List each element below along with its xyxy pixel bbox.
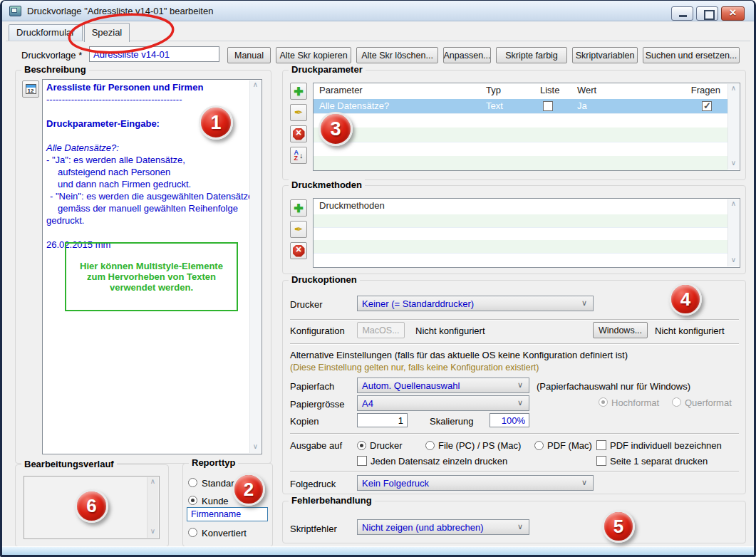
druckparameter-table[interactable]: Parameter Typ Liste Wert Fragen Alle Dat… xyxy=(313,83,740,171)
delete-icon xyxy=(293,245,305,257)
description-scrollbar[interactable] xyxy=(249,80,261,453)
folgedruck-value: Kein Folgedruck xyxy=(362,478,429,489)
chevron-down-icon xyxy=(516,522,526,532)
fragen-checkbox[interactable] xyxy=(702,101,712,111)
description-line: Alle Datensätze?: xyxy=(46,142,247,154)
skalierung-input[interactable] xyxy=(490,413,529,427)
skriptfehler-dropdown[interactable]: Nicht zeigen (und abbrechen) xyxy=(357,519,529,535)
chevron-down-icon xyxy=(580,478,590,488)
ausgabe-auf-label: Ausgabe auf xyxy=(290,440,342,451)
window-controls xyxy=(671,6,745,21)
delete-methode-button[interactable] xyxy=(290,242,307,259)
table-row[interactable] xyxy=(314,240,727,253)
add-parameter-button[interactable] xyxy=(290,83,307,100)
papierfach-dropdown[interactable]: Autom. Quellenauswahl xyxy=(357,378,529,393)
skripte-farbig-button[interactable]: Skripte farbig xyxy=(496,47,567,63)
manual-button[interactable]: Manual xyxy=(227,47,271,63)
papierfach-value: Autom. Quellenauswahl xyxy=(362,380,460,391)
ausgabe-drucker-radio[interactable] xyxy=(357,441,366,450)
kunde-name-input[interactable] xyxy=(187,507,268,521)
reporttyp-standard-radio[interactable] xyxy=(188,478,197,487)
chevron-down-icon xyxy=(516,398,526,408)
chevron-up-icon xyxy=(250,80,261,91)
hochformat-radio[interactable] xyxy=(599,397,608,407)
description-line: ----------------------------------------… xyxy=(46,93,247,105)
chevron-down-icon xyxy=(147,527,158,538)
druckmethoden-table[interactable]: Druckmethoden xyxy=(313,198,740,268)
alternative-einstellungen-heading: Alternative Einstellungen (falls für das… xyxy=(290,350,628,360)
description-line: und dann nach Firmen gedruckt. xyxy=(46,178,247,190)
alte-skr-loeschen-button[interactable]: Alte Skr löschen... xyxy=(356,47,438,63)
chevron-down-icon xyxy=(250,442,261,453)
windows-config-status: Nicht konfiguriert xyxy=(655,326,725,336)
maximize-button[interactable] xyxy=(696,6,718,21)
seite1-separat-label: Seite 1 separat drucken xyxy=(610,456,708,467)
jeden-datensatz-checkbox[interactable] xyxy=(357,456,367,466)
druckvorlage-input[interactable] xyxy=(89,46,219,62)
druckvorlage-label: Druckvorlage * xyxy=(21,50,82,61)
ausgabe-file-radio[interactable] xyxy=(425,441,435,450)
tab-spezial[interactable]: Spezial xyxy=(84,23,130,42)
annotation-badge-6: 6 xyxy=(75,489,108,523)
description-line: - "Nein": es werden die ausgewählten Dat… xyxy=(46,190,247,202)
suchen-und-ersetzen-button[interactable]: Suchen und ersetzen... xyxy=(643,47,740,63)
description-line: gedruckt. xyxy=(46,214,247,227)
insert-date-button[interactable]: 12 xyxy=(22,80,39,98)
edit-methode-button[interactable] xyxy=(290,221,307,238)
close-button[interactable] xyxy=(721,6,745,21)
delete-icon xyxy=(293,128,305,140)
liste-checkbox[interactable] xyxy=(543,101,553,111)
add-methode-button[interactable] xyxy=(290,199,307,217)
delete-parameter-button[interactable] xyxy=(290,125,307,142)
papierfach-note: (Papierfachauswahl nur für Windows) xyxy=(537,381,690,392)
kopien-input[interactable] xyxy=(357,413,408,427)
alte-skr-kopieren-button[interactable]: Alte Skr kopieren xyxy=(276,47,351,63)
tab-druckformular[interactable]: Druckformular xyxy=(9,24,83,41)
description-textarea[interactable]: Aressliste für Personen und Firmen -----… xyxy=(42,79,262,454)
druckmethoden-scrollbar[interactable] xyxy=(727,199,739,266)
drucker-dropdown[interactable]: Keiner (= Standarddrucker) xyxy=(357,296,594,311)
bearbeitungsverlauf-scrollbar[interactable] xyxy=(147,477,158,538)
folgedruck-dropdown[interactable]: Kein Folgedruck xyxy=(357,475,594,491)
macos-config-button[interactable]: MacOS... xyxy=(357,322,405,338)
pdf-individuell-label: PDF individuell bezeichnen xyxy=(610,440,722,451)
skriptvariablen-button[interactable]: Skriptvariablen xyxy=(572,47,638,63)
sort-az-icon: AZ↓ xyxy=(294,150,304,161)
annotation-badge-2: 2 xyxy=(232,473,265,506)
querformat-radio[interactable] xyxy=(672,397,681,407)
chevron-down-icon xyxy=(516,380,526,390)
edit-parameter-button[interactable] xyxy=(290,104,307,121)
drucker-label: Drucker xyxy=(290,299,323,310)
table-row[interactable] xyxy=(314,156,727,170)
chevron-up-icon xyxy=(147,477,158,488)
reporttyp-group-title: Reporttyp xyxy=(189,457,238,468)
seite1-separat-checkbox[interactable] xyxy=(596,456,606,466)
table-row[interactable] xyxy=(314,214,727,227)
windows-config-button[interactable]: Windows... xyxy=(593,322,648,338)
header-toolbar: Manual Alte Skr kopieren Alte Skr lösche… xyxy=(227,47,740,63)
pdf-individuell-checkbox[interactable] xyxy=(596,440,606,450)
druckparameter-scrollbar[interactable] xyxy=(727,84,739,170)
minimize-button[interactable] xyxy=(671,6,693,21)
table-row[interactable] xyxy=(314,127,727,142)
description-line: gemäss der manuell gewählten Reihenfolge xyxy=(46,202,247,214)
konfiguration-label: Konfiguration xyxy=(290,326,345,336)
papiergroesse-value: A4 xyxy=(362,398,373,409)
pen-icon xyxy=(294,106,304,119)
description-line: aufsteigend nach Personen xyxy=(46,166,247,178)
ausgabe-pdf-radio[interactable] xyxy=(534,441,544,450)
reporttyp-konvertiert-radio[interactable] xyxy=(188,528,197,537)
table-row[interactable] xyxy=(314,113,727,127)
table-row[interactable]: Alle Datensätze? Text Ja xyxy=(314,99,727,113)
multistyle-note: Hier können Multistyle-Elemente zum Herv… xyxy=(65,242,238,311)
papiergroesse-dropdown[interactable]: A4 xyxy=(357,395,529,411)
table-row[interactable] xyxy=(314,253,727,266)
hochformat-label: Hochformat xyxy=(611,397,659,408)
anpassen-button[interactable]: Anpassen... xyxy=(443,47,491,63)
ausgabe-file-label: File (PC) / PS (Mac) xyxy=(438,440,521,451)
sort-parameters-button[interactable]: AZ↓ xyxy=(290,147,307,164)
table-row[interactable] xyxy=(314,142,727,156)
reporttyp-kunde-radio[interactable] xyxy=(188,496,197,505)
title-bar[interactable]: Druckvorlage "Adressliste v14-01" bearbe… xyxy=(2,1,754,21)
table-row[interactable] xyxy=(314,227,727,240)
